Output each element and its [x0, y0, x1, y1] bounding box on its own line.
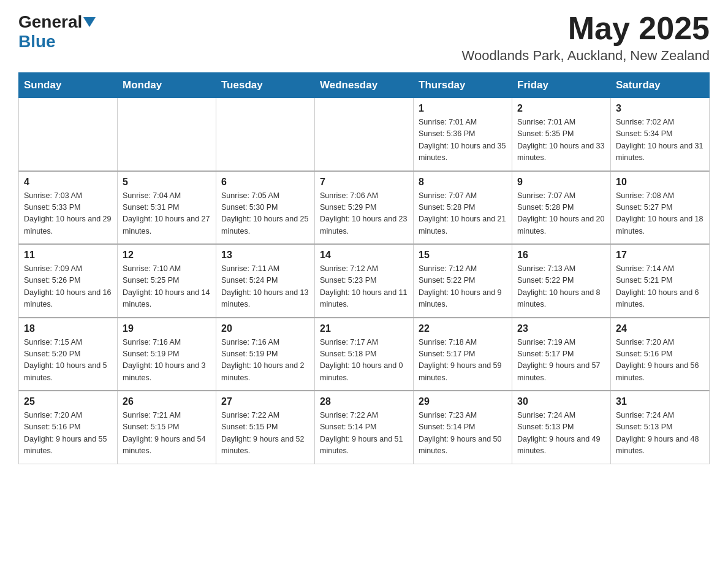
day-number: 24: [616, 323, 704, 334]
calendar-day-24: 24Sunrise: 7:20 AMSunset: 5:16 PMDayligh…: [611, 318, 710, 391]
logo-general-text: General: [18, 12, 82, 32]
calendar-header-sunday: Sunday: [19, 73, 118, 98]
day-info: Sunrise: 7:21 AMSunset: 5:15 PMDaylight:…: [123, 410, 211, 458]
day-number: 29: [419, 396, 507, 407]
calendar-day-22: 22Sunrise: 7:18 AMSunset: 5:17 PMDayligh…: [414, 318, 512, 391]
day-info: Sunrise: 7:12 AMSunset: 5:23 PMDaylight:…: [320, 263, 408, 311]
day-info: Sunrise: 7:20 AMSunset: 5:16 PMDaylight:…: [24, 410, 112, 458]
day-info: Sunrise: 7:12 AMSunset: 5:22 PMDaylight:…: [419, 263, 507, 311]
calendar-day-2: 2Sunrise: 7:01 AMSunset: 5:35 PMDaylight…: [512, 98, 611, 171]
day-number: 17: [616, 250, 704, 261]
logo: General Blue: [18, 12, 97, 52]
day-info: Sunrise: 7:24 AMSunset: 5:13 PMDaylight:…: [517, 410, 605, 458]
calendar-day-11: 11Sunrise: 7:09 AMSunset: 5:26 PMDayligh…: [19, 244, 118, 318]
calendar-day-17: 17Sunrise: 7:14 AMSunset: 5:21 PMDayligh…: [611, 244, 710, 318]
day-number: 9: [517, 177, 605, 188]
day-info: Sunrise: 7:14 AMSunset: 5:21 PMDaylight:…: [616, 263, 704, 311]
day-number: 20: [221, 323, 309, 334]
calendar-day-9: 9Sunrise: 7:07 AMSunset: 5:28 PMDaylight…: [512, 171, 611, 245]
calendar-header-tuesday: Tuesday: [216, 73, 315, 98]
day-number: 25: [24, 396, 112, 407]
day-number: 7: [320, 177, 408, 188]
calendar-empty-cell: [118, 98, 216, 171]
logo-blue-text: Blue: [18, 32, 56, 51]
calendar-day-15: 15Sunrise: 7:12 AMSunset: 5:22 PMDayligh…: [414, 244, 512, 318]
calendar-day-3: 3Sunrise: 7:02 AMSunset: 5:34 PMDaylight…: [611, 98, 710, 171]
calendar-day-16: 16Sunrise: 7:13 AMSunset: 5:22 PMDayligh…: [512, 244, 611, 318]
day-number: 10: [616, 177, 704, 188]
day-info: Sunrise: 7:18 AMSunset: 5:17 PMDaylight:…: [419, 337, 507, 385]
calendar-day-8: 8Sunrise: 7:07 AMSunset: 5:28 PMDaylight…: [414, 171, 512, 245]
day-number: 22: [419, 323, 507, 334]
calendar-day-28: 28Sunrise: 7:22 AMSunset: 5:14 PMDayligh…: [315, 391, 414, 464]
calendar-day-19: 19Sunrise: 7:16 AMSunset: 5:19 PMDayligh…: [118, 318, 216, 391]
calendar-day-26: 26Sunrise: 7:21 AMSunset: 5:15 PMDayligh…: [118, 391, 216, 464]
day-info: Sunrise: 7:19 AMSunset: 5:17 PMDaylight:…: [517, 337, 605, 385]
calendar-day-14: 14Sunrise: 7:12 AMSunset: 5:23 PMDayligh…: [315, 244, 414, 318]
calendar-table: SundayMondayTuesdayWednesdayThursdayFrid…: [18, 72, 710, 464]
day-number: 30: [517, 396, 605, 407]
page-header: General Blue May 2025 Woodlands Park, Au…: [18, 12, 710, 64]
day-info: Sunrise: 7:03 AMSunset: 5:33 PMDaylight:…: [24, 190, 112, 238]
day-number: 12: [123, 250, 211, 261]
day-number: 21: [320, 323, 408, 334]
calendar-header-row: SundayMondayTuesdayWednesdayThursdayFrid…: [19, 73, 710, 98]
day-info: Sunrise: 7:11 AMSunset: 5:24 PMDaylight:…: [221, 263, 309, 311]
calendar-header-wednesday: Wednesday: [315, 73, 414, 98]
day-info: Sunrise: 7:01 AMSunset: 5:35 PMDaylight:…: [517, 117, 605, 164]
calendar-week-row-5: 25Sunrise: 7:20 AMSunset: 5:16 PMDayligh…: [19, 391, 710, 464]
day-info: Sunrise: 7:04 AMSunset: 5:31 PMDaylight:…: [123, 190, 211, 238]
day-info: Sunrise: 7:10 AMSunset: 5:25 PMDaylight:…: [123, 263, 211, 311]
calendar-day-23: 23Sunrise: 7:19 AMSunset: 5:17 PMDayligh…: [512, 318, 611, 391]
day-info: Sunrise: 7:05 AMSunset: 5:30 PMDaylight:…: [221, 190, 309, 238]
day-number: 13: [221, 250, 309, 261]
day-info: Sunrise: 7:16 AMSunset: 5:19 PMDaylight:…: [123, 337, 211, 385]
month-year-title: May 2025: [462, 12, 710, 44]
day-number: 11: [24, 250, 112, 261]
day-number: 15: [419, 250, 507, 261]
calendar-day-10: 10Sunrise: 7:08 AMSunset: 5:27 PMDayligh…: [611, 171, 710, 245]
day-info: Sunrise: 7:07 AMSunset: 5:28 PMDaylight:…: [517, 190, 605, 238]
calendar-day-12: 12Sunrise: 7:10 AMSunset: 5:25 PMDayligh…: [118, 244, 216, 318]
day-number: 26: [123, 396, 211, 407]
day-info: Sunrise: 7:24 AMSunset: 5:13 PMDaylight:…: [616, 410, 704, 458]
day-number: 14: [320, 250, 408, 261]
calendar-day-18: 18Sunrise: 7:15 AMSunset: 5:20 PMDayligh…: [19, 318, 118, 391]
day-info: Sunrise: 7:13 AMSunset: 5:22 PMDaylight:…: [517, 263, 605, 311]
day-number: 27: [221, 396, 309, 407]
day-info: Sunrise: 7:02 AMSunset: 5:34 PMDaylight:…: [616, 117, 704, 164]
day-info: Sunrise: 7:15 AMSunset: 5:20 PMDaylight:…: [24, 337, 112, 385]
logo-triangle-icon: [83, 17, 96, 27]
day-info: Sunrise: 7:17 AMSunset: 5:18 PMDaylight:…: [320, 337, 408, 385]
calendar-week-row-2: 4Sunrise: 7:03 AMSunset: 5:33 PMDaylight…: [19, 171, 710, 245]
day-number: 31: [616, 396, 704, 407]
day-info: Sunrise: 7:01 AMSunset: 5:36 PMDaylight:…: [419, 117, 507, 164]
calendar-day-25: 25Sunrise: 7:20 AMSunset: 5:16 PMDayligh…: [19, 391, 118, 464]
calendar-day-31: 31Sunrise: 7:24 AMSunset: 5:13 PMDayligh…: [611, 391, 710, 464]
day-number: 8: [419, 177, 507, 188]
day-number: 16: [517, 250, 605, 261]
calendar-day-20: 20Sunrise: 7:16 AMSunset: 5:19 PMDayligh…: [216, 318, 315, 391]
day-info: Sunrise: 7:09 AMSunset: 5:26 PMDaylight:…: [24, 263, 112, 311]
calendar-week-row-1: 1Sunrise: 7:01 AMSunset: 5:36 PMDaylight…: [19, 98, 710, 171]
calendar-header-monday: Monday: [118, 73, 216, 98]
calendar-week-row-4: 18Sunrise: 7:15 AMSunset: 5:20 PMDayligh…: [19, 318, 710, 391]
location-subtitle: Woodlands Park, Auckland, New Zealand: [462, 48, 710, 64]
calendar-header-saturday: Saturday: [611, 73, 710, 98]
day-number: 23: [517, 323, 605, 334]
calendar-day-7: 7Sunrise: 7:06 AMSunset: 5:29 PMDaylight…: [315, 171, 414, 245]
calendar-day-30: 30Sunrise: 7:24 AMSunset: 5:13 PMDayligh…: [512, 391, 611, 464]
day-number: 1: [419, 103, 507, 114]
calendar-day-5: 5Sunrise: 7:04 AMSunset: 5:31 PMDaylight…: [118, 171, 216, 245]
day-number: 6: [221, 177, 309, 188]
calendar-header-thursday: Thursday: [414, 73, 512, 98]
day-number: 5: [123, 177, 211, 188]
day-number: 3: [616, 103, 704, 114]
day-info: Sunrise: 7:06 AMSunset: 5:29 PMDaylight:…: [320, 190, 408, 238]
calendar-day-6: 6Sunrise: 7:05 AMSunset: 5:30 PMDaylight…: [216, 171, 315, 245]
calendar-week-row-3: 11Sunrise: 7:09 AMSunset: 5:26 PMDayligh…: [19, 244, 710, 318]
day-info: Sunrise: 7:08 AMSunset: 5:27 PMDaylight:…: [616, 190, 704, 238]
day-info: Sunrise: 7:16 AMSunset: 5:19 PMDaylight:…: [221, 337, 309, 385]
calendar-day-29: 29Sunrise: 7:23 AMSunset: 5:14 PMDayligh…: [414, 391, 512, 464]
day-info: Sunrise: 7:22 AMSunset: 5:15 PMDaylight:…: [221, 410, 309, 458]
